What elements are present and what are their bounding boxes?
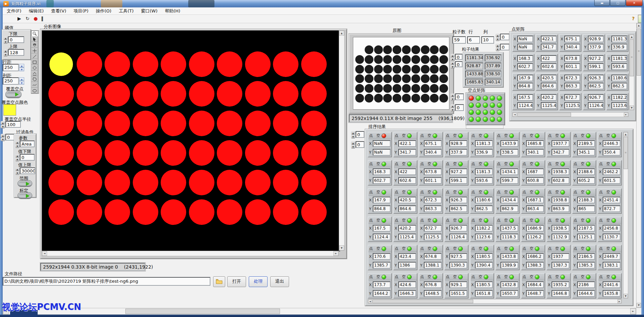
coord-value[interactable]: 1646.8: [552, 290, 569, 297]
diamond-tool-button[interactable]: [31, 65, 38, 71]
scroll-left-icon[interactable]: ◄: [368, 300, 372, 303]
sort-index1-value[interactable]: 0: [356, 131, 364, 138]
coord-value[interactable]: 167.9: [373, 197, 391, 203]
coord-value[interactable]: 1388.3: [526, 262, 544, 269]
coord-value[interactable]: 1389.9: [500, 262, 518, 269]
coord-value[interactable]: 602.7: [373, 177, 391, 184]
empty-matrix-index1[interactable]: ▲▼ 0: [450, 93, 464, 101]
coord-value[interactable]: 1385.7: [373, 262, 391, 269]
coord-value[interactable]: 1126.4: [588, 102, 604, 109]
coord-value[interactable]: 1180.6: [611, 75, 627, 81]
coord-value[interactable]: 2456.8: [603, 225, 620, 232]
spinner-icon[interactable]: ▲▼: [450, 54, 455, 61]
col-gap-value[interactable]: 250: [3, 77, 19, 85]
coord-value[interactable]: 1685.8: [526, 140, 544, 147]
spinner-icon[interactable]: ▲▼: [15, 167, 19, 175]
spinner-icon[interactable]: ▲▼: [450, 104, 455, 112]
coord-value[interactable]: 601.1: [564, 63, 580, 70]
coord-value[interactable]: 1437.5: [500, 225, 518, 232]
coord-value[interactable]: 1686.9: [526, 225, 544, 232]
sort-index1-field[interactable]: ▲▼ 0: [351, 131, 364, 138]
coord-value[interactable]: 1126.4: [449, 234, 467, 240]
coord-value[interactable]: 1181.3: [475, 140, 493, 147]
row-gap-value[interactable]: 250: [3, 64, 19, 71]
coord-value[interactable]: 863.3: [564, 83, 580, 89]
help-icon[interactable]: ?: [632, 16, 635, 21]
process-button[interactable]: 处理: [249, 276, 268, 287]
row-count-value[interactable]: 6: [467, 36, 480, 44]
coord-value[interactable]: 167.5: [373, 225, 391, 232]
coord-value[interactable]: 926.3: [588, 75, 604, 81]
col-gap-field[interactable]: 250 ▲▼: [3, 77, 24, 85]
coord-value[interactable]: 170.6: [373, 253, 391, 260]
coord-value[interactable]: 1651.5: [449, 290, 467, 297]
coord-value[interactable]: 1125.1: [577, 234, 595, 240]
row-gap-field[interactable]: 250 ▲▼: [3, 64, 24, 71]
coord-value[interactable]: NaN: [517, 36, 533, 42]
sort-hscrollbar[interactable]: ◄ ►: [368, 299, 622, 304]
coord-value[interactable]: 1687: [526, 168, 544, 175]
coord-value[interactable]: 599.7: [500, 177, 518, 184]
coord-value[interactable]: 1648.7: [526, 290, 544, 297]
particle-result-index2-value[interactable]: 0: [455, 61, 462, 67]
scroll-right-icon[interactable]: ►: [333, 251, 338, 256]
coord-value[interactable]: 601.5: [603, 177, 620, 184]
analysis-hscrollbar[interactable]: ◄ ►: [42, 251, 339, 256]
coord-value[interactable]: 2449.7: [603, 253, 620, 260]
rectangle-tool-button[interactable]: [31, 59, 38, 65]
scroll-down-icon[interactable]: ▼: [630, 106, 634, 110]
coord-value[interactable]: 1181.3: [611, 36, 627, 42]
scrollbar-thumb[interactable]: [517, 113, 571, 117]
coord-value[interactable]: 865: [577, 205, 595, 212]
coord-value[interactable]: 1385.3: [577, 262, 595, 269]
upper-limit-value[interactable]: 128: [8, 49, 24, 56]
coord-value[interactable]: 927.2: [588, 55, 604, 62]
coord-value[interactable]: 862.9: [500, 205, 518, 212]
coord-value[interactable]: 2188.6: [577, 168, 595, 175]
coord-value[interactable]: 872.7: [603, 205, 620, 212]
lower-limit-field[interactable]: ▲▼ 0: [3, 36, 24, 44]
scroll-right-icon[interactable]: ►: [617, 300, 621, 303]
particle-count-value[interactable]: 59: [452, 36, 466, 44]
coord-value[interactable]: 602.6: [398, 177, 416, 184]
coord-value[interactable]: 864.8: [373, 205, 391, 212]
window-vscrollbar[interactable]: ▲ ≡ ▼: [636, 23, 641, 308]
coord-value[interactable]: 1123.6: [475, 234, 493, 240]
coord-value[interactable]: 342.7: [552, 149, 569, 156]
open-button[interactable]: 打开: [227, 276, 246, 287]
sort-index2-value[interactable]: 0: [356, 141, 364, 148]
coord-value[interactable]: 1648.5: [424, 290, 442, 297]
particle-result-cell[interactable]: 1685.83: [465, 79, 483, 86]
param-field[interactable]: ▲▼ Area: [15, 141, 35, 148]
run-icon[interactable]: ▶: [17, 16, 21, 21]
sort-index2-field[interactable]: ▲▼ 0: [351, 141, 364, 149]
line-tool-button[interactable]: [31, 53, 38, 59]
coord-value[interactable]: 1383.1: [603, 262, 620, 269]
minimize-button[interactable]: ▬: [594, 0, 610, 6]
particle-result-cell[interactable]: 340.14: [485, 79, 501, 86]
coord-value[interactable]: 862.5: [611, 83, 627, 89]
coord-value[interactable]: 1432.8: [500, 281, 518, 288]
particle-result-cell[interactable]: 336.92: [485, 54, 501, 62]
oval-tool-button[interactable]: [31, 88, 38, 93]
scroll-up-icon[interactable]: ▲: [339, 31, 344, 36]
coord-value[interactable]: 675.1: [564, 36, 580, 42]
empty-matrix-index2-value[interactable]: 0: [455, 104, 464, 111]
spinner-icon[interactable]: ▲▼: [450, 93, 455, 101]
coord-value[interactable]: 1650.7: [500, 290, 518, 297]
coord-value[interactable]: 1686.2: [526, 253, 544, 260]
crosshair-tool-button[interactable]: [31, 48, 38, 53]
coord-value[interactable]: 926.7: [588, 94, 604, 101]
coord-value[interactable]: 341.7: [398, 149, 416, 156]
coord-value[interactable]: 1935.2: [552, 281, 569, 288]
cover-radius-value[interactable]: 100: [5, 121, 21, 128]
coord-value[interactable]: 593.6: [611, 63, 627, 70]
menu-item-1[interactable]: 编辑(E): [29, 8, 44, 14]
coord-value[interactable]: 864.8: [517, 83, 533, 89]
spinner-icon[interactable]: ▲▼: [450, 61, 455, 69]
spinner-icon[interactable]: ▲▼: [495, 34, 500, 41]
analysis-vscrollbar[interactable]: ▲ ▼: [339, 30, 345, 251]
coord-value[interactable]: 420.2: [541, 94, 557, 101]
empty-matrix-hscrollbar[interactable]: [466, 125, 504, 129]
coord-value[interactable]: 337.9: [449, 149, 467, 156]
